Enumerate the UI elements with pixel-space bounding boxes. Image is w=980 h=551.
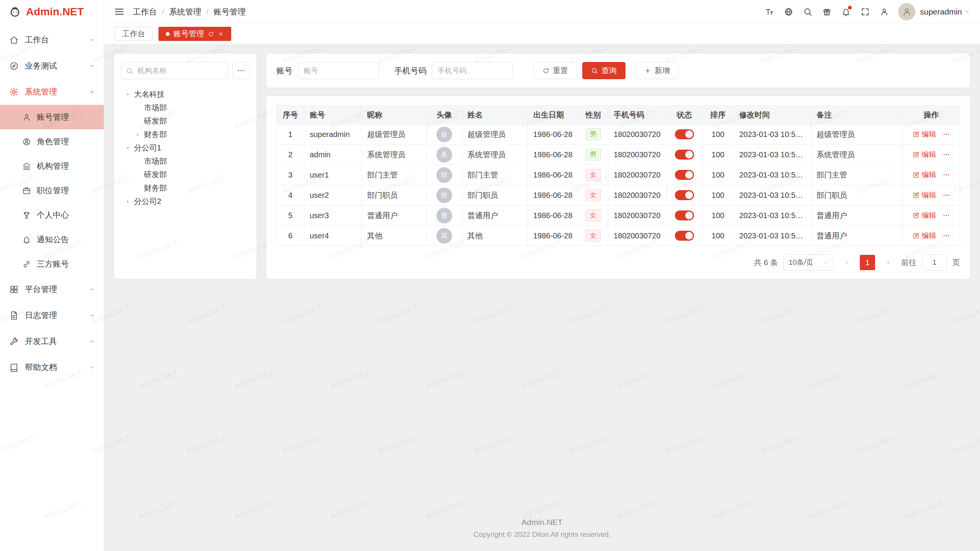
cell-account: user4 <box>304 226 362 246</box>
page-number-button[interactable]: 1 <box>860 255 875 270</box>
cell-gender: 女 <box>578 226 608 246</box>
fullscreen-button[interactable] <box>857 3 874 20</box>
edit-button[interactable]: 编辑 <box>913 129 936 139</box>
user-table: 序号账号昵称头像姓名出生日期性别手机号码状态排序修改时间备注操作1superad… <box>276 105 960 246</box>
hamburger-menu-icon[interactable] <box>114 7 124 17</box>
account-input[interactable] <box>298 62 379 79</box>
breadcrumb-item[interactable]: 系统管理 <box>169 7 201 17</box>
goto-page-input[interactable] <box>922 254 947 271</box>
add-button-label: 新增 <box>655 65 670 76</box>
sidebar-item-business-test[interactable]: 业务测试 <box>0 53 104 79</box>
tree-node[interactable]: 大名科技 <box>122 88 248 101</box>
row-more-button[interactable] <box>942 232 950 240</box>
wrench-icon <box>9 337 19 346</box>
gender-badge: 女 <box>585 209 601 222</box>
font-size-button[interactable] <box>761 3 778 20</box>
sidebar-item-platform-management[interactable]: 平台管理 <box>0 276 104 302</box>
edit-button[interactable]: 编辑 <box>913 210 936 220</box>
add-button[interactable]: 新增 <box>635 62 679 79</box>
status-toggle[interactable] <box>675 170 694 180</box>
person-icon <box>902 7 912 17</box>
gender-badge: 女 <box>585 169 601 181</box>
user-menu[interactable]: superadmin <box>898 3 970 20</box>
sidebar-item-dev-tools[interactable]: 开发工具 <box>0 328 104 354</box>
tab-workbench[interactable]: 工作台 <box>115 27 152 41</box>
breadcrumb-item[interactable]: 工作台 <box>133 7 157 17</box>
row-more-button[interactable] <box>942 171 950 179</box>
sidebar-item-system-management[interactable]: 系统管理 <box>0 79 104 105</box>
org-search-input[interactable] <box>121 62 228 79</box>
page-size-value: 10条/页 <box>789 258 813 267</box>
reset-button[interactable]: 重置 <box>534 62 577 79</box>
sidebar-item-label: 帮助文档 <box>25 362 57 373</box>
gift-button[interactable] <box>818 3 835 20</box>
edit-button[interactable]: 编辑 <box>913 190 936 200</box>
close-icon[interactable] <box>218 31 224 37</box>
tree-node[interactable]: 研发部 <box>122 168 248 181</box>
tree-node[interactable]: 市场部 <box>122 155 248 168</box>
globe-icon <box>784 7 793 16</box>
sidebar-item-third-party-account[interactable]: 三方账号 <box>0 252 104 276</box>
tree-node[interactable]: 财务部 <box>122 128 248 141</box>
refresh-icon[interactable] <box>208 31 214 37</box>
sidebar-item-notice-announcement[interactable]: 通知公告 <box>0 227 104 252</box>
sidebar-item-org-management[interactable]: 机构管理 <box>0 154 104 178</box>
sidebar-item-workbench[interactable]: 工作台 <box>0 27 104 53</box>
chevron-down-icon <box>823 260 828 265</box>
caret-down-icon[interactable] <box>124 145 131 151</box>
prev-page-button[interactable] <box>839 255 854 270</box>
sidebar-item-personal-center[interactable]: 个人中心 <box>0 203 104 227</box>
person-button[interactable] <box>876 3 893 20</box>
edit-button-label: 编辑 <box>922 150 936 160</box>
sidebar-item-log-management[interactable]: 日志管理 <box>0 302 104 328</box>
org-more-button[interactable] <box>232 62 250 79</box>
edit-icon <box>913 171 920 178</box>
tree-node[interactable]: 市场部 <box>122 101 248 114</box>
role-icon <box>22 137 31 146</box>
caret-right-icon[interactable] <box>134 132 141 137</box>
search-button[interactable]: 查询 <box>582 62 626 79</box>
bell-button[interactable] <box>838 3 854 20</box>
cell-phone: 18020030720 <box>608 165 666 185</box>
column-header: 出生日期 <box>528 106 578 124</box>
cell-nickname: 部门主管 <box>362 165 427 185</box>
status-toggle[interactable] <box>675 231 694 241</box>
row-more-button[interactable] <box>942 130 950 138</box>
tree-node[interactable]: 分公司1 <box>122 141 248 155</box>
tree-node[interactable]: 研发部 <box>122 114 248 128</box>
next-page-button[interactable] <box>880 255 896 270</box>
tree-node-label: 市场部 <box>144 103 167 113</box>
breadcrumb-item[interactable]: 账号管理 <box>214 7 246 17</box>
caret-right-icon[interactable] <box>124 199 131 204</box>
sidebar-item-account-management[interactable]: 账号管理 <box>0 105 104 129</box>
app-logo[interactable]: Admin.NET <box>0 0 104 24</box>
sidebar-item-help-docs[interactable]: 帮助文档 <box>0 354 104 380</box>
sidebar-item-role-management[interactable]: 角色管理 <box>0 129 104 154</box>
edit-icon <box>913 151 920 158</box>
status-toggle[interactable] <box>675 210 694 220</box>
row-more-button[interactable] <box>942 212 950 219</box>
phone-input[interactable] <box>432 62 513 79</box>
row-more-button[interactable] <box>942 151 950 158</box>
cell-index: 4 <box>277 185 304 205</box>
bank-icon <box>22 162 31 171</box>
edit-button[interactable]: 编辑 <box>913 150 936 160</box>
globe-button[interactable] <box>780 3 797 20</box>
caret-down-icon[interactable] <box>124 92 131 97</box>
search-icon <box>803 7 812 16</box>
page-size-select[interactable]: 10条/页 <box>783 254 834 271</box>
badge-icon <box>22 186 31 195</box>
tree-node[interactable]: 财务部 <box>122 181 248 195</box>
tab-account-management[interactable]: 账号管理 <box>158 27 231 41</box>
edit-button[interactable]: 编辑 <box>913 170 936 180</box>
status-toggle[interactable] <box>675 190 694 200</box>
row-more-button[interactable] <box>942 191 950 199</box>
status-toggle[interactable] <box>675 150 694 160</box>
sidebar-item-position-management[interactable]: 职位管理 <box>0 178 104 203</box>
search-button[interactable] <box>799 3 816 20</box>
tree-node[interactable]: 分公司2 <box>122 195 248 208</box>
edit-button[interactable]: 编辑 <box>913 231 936 241</box>
breadcrumb-separator: / <box>206 7 209 16</box>
cell-name: 其他 <box>462 226 528 246</box>
status-toggle[interactable] <box>675 129 694 139</box>
